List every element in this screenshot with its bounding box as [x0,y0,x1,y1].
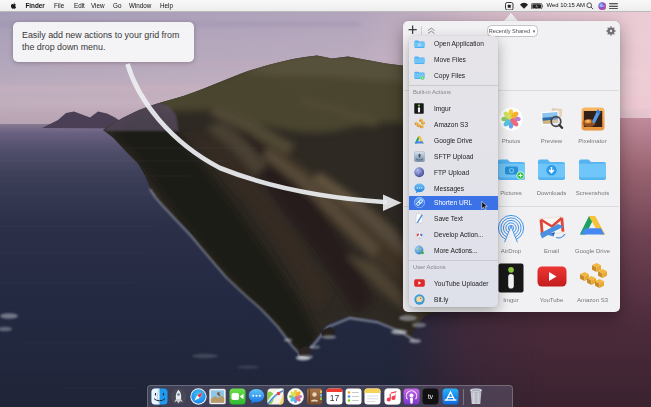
svg-text:tv: tv [428,393,434,400]
svg-text:17: 17 [329,393,339,403]
